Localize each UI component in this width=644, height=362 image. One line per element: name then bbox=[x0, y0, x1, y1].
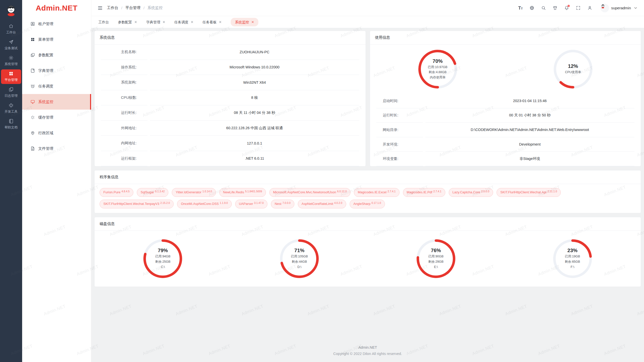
tab-params-config[interactable]: 参数配置 bbox=[118, 20, 137, 24]
rail-item-system-mgmt[interactable]: 系统管理 bbox=[1, 54, 21, 68]
rail-item-help-docs[interactable]: 帮助文档 bbox=[1, 117, 21, 131]
page-content: 系统信息 主机名称:ZUOHUAIJUN-PC操作系统:Microsoft Wi… bbox=[91, 28, 644, 362]
package-version: 5.1.8401.5009 bbox=[245, 190, 262, 193]
gauge-line: 剩余:25GB bbox=[155, 259, 170, 264]
rail-item-label: 开发工具 bbox=[5, 109, 18, 114]
collapse-menu-icon[interactable] bbox=[97, 5, 103, 11]
package-tag: Magicodes.IE.Excel2.7.4.1 bbox=[354, 188, 399, 197]
tab-dict-mgmt[interactable]: 字典管理 bbox=[146, 20, 165, 24]
info-row: 内网地址:127.0.0.1 bbox=[101, 136, 359, 151]
package-version: 0.17.1.0 bbox=[372, 201, 381, 205]
theme-button[interactable] bbox=[553, 6, 557, 10]
font-size-icon[interactable]: TT bbox=[518, 6, 523, 10]
package-name: OnceMi.AspNetCore.OSS bbox=[181, 202, 219, 206]
rail-item-log-mgmt[interactable]: 日志管理 bbox=[1, 85, 21, 100]
package-version: 2.21.1.0 bbox=[547, 190, 557, 193]
usage-gauges: 70%已用:10.97GB剩余:4.88GB内存使用率12%CPU使用率 bbox=[370, 44, 641, 94]
tab-label: 系统监控 bbox=[235, 20, 249, 24]
breadcrumb-separator: / bbox=[143, 6, 144, 10]
package-name: Magicodes.IE.Excel bbox=[358, 190, 386, 195]
mascot-logo[interactable] bbox=[0, 0, 22, 21]
sidebar-item-params[interactable]: 参数配置 bbox=[22, 47, 91, 63]
grid-icon bbox=[9, 71, 14, 76]
close-icon[interactable] bbox=[251, 21, 254, 23]
rail-item-label: 系统管理 bbox=[5, 62, 18, 66]
close-icon[interactable] bbox=[163, 21, 165, 23]
rail-item-platform-mgmt[interactable]: 平台管理 bbox=[1, 69, 21, 84]
close-icon[interactable] bbox=[134, 21, 137, 23]
info-label: 运行框架: bbox=[101, 151, 147, 166]
package-tag: OnceMi.AspNetCore.OSS1.1.9.0 bbox=[177, 200, 231, 208]
package-tag: SKIT.FlurlHttpClient.Wechat.Api2.21.1.0 bbox=[497, 188, 561, 197]
package-version: 1.1.9.0 bbox=[220, 201, 228, 205]
sidebar-item-label: 缓存管理 bbox=[38, 115, 53, 120]
info-row: 运行时长:00 天 01 小时 38 分 50 秒 bbox=[376, 108, 635, 123]
gauge-line: 剩余:65GB bbox=[565, 259, 580, 264]
tab-task-schedule[interactable]: 任务调度 bbox=[174, 20, 193, 24]
language-button[interactable] bbox=[530, 6, 534, 10]
package-version: 6.0.12.0 bbox=[337, 190, 347, 193]
topbar: 工作台/平台管理/系统监控 TTsuperadmin bbox=[91, 0, 644, 16]
home-icon bbox=[9, 24, 14, 29]
gauge-text: 12%CPU使用率 bbox=[552, 49, 594, 90]
search-icon bbox=[541, 6, 546, 10]
breadcrumb-item[interactable]: 工作台 bbox=[107, 6, 118, 10]
rail-nav: 工作台业务测试系统管理平台管理日志管理开发工具帮助文档 bbox=[0, 21, 22, 133]
notifications-button[interactable] bbox=[564, 6, 569, 10]
info-label: 网站目录: bbox=[376, 123, 423, 137]
gauge-line: 剩余:44GB bbox=[292, 259, 307, 264]
rail-item-dev-tools[interactable]: 开发工具 bbox=[1, 101, 21, 116]
close-icon[interactable] bbox=[191, 21, 193, 23]
tab-task-board[interactable]: 任务看板 bbox=[203, 20, 222, 24]
disk-gauge-column: 71%已用:105GB剩余:44GBD:\ bbox=[231, 238, 368, 279]
tab-system-monitor[interactable]: 系统监控 bbox=[231, 18, 258, 26]
sidebar-item-region[interactable]: 行政区域 bbox=[22, 125, 91, 141]
search-button[interactable] bbox=[541, 6, 546, 10]
gauge-line: CPU使用率 bbox=[565, 70, 581, 75]
ring-gauge: 79%已用:94GB剩余:25GBC:\ bbox=[142, 238, 183, 279]
rail-item-label: 工作台 bbox=[6, 30, 16, 35]
user-icon bbox=[587, 6, 592, 10]
info-value: 127.0.0.1 bbox=[150, 136, 359, 151]
usage-info-card: 使用信息 70%已用:10.97GB剩余:4.88GB内存使用率12%CPU使用… bbox=[370, 31, 641, 166]
close-icon[interactable] bbox=[219, 21, 222, 23]
package-version: 2.15.2.0 bbox=[160, 201, 170, 205]
gauge-text: 79%已用:94GB剩余:25GBC:\ bbox=[142, 238, 183, 279]
user-button[interactable] bbox=[587, 6, 592, 10]
package-name: NewLife.Redis bbox=[223, 190, 244, 195]
package-tag: UAParser3.1.47.0 bbox=[235, 200, 267, 208]
sidebar-item-file[interactable]: 文件管理 bbox=[22, 141, 91, 156]
send-icon bbox=[9, 39, 14, 44]
sidebar-item-label: 行政区域 bbox=[38, 131, 53, 135]
tab-label: 任务看板 bbox=[203, 20, 217, 24]
info-label: 主机名称: bbox=[101, 44, 147, 60]
rail-item-business-test[interactable]: 业务测试 bbox=[1, 38, 21, 52]
sidebar-item-tenant[interactable]: 租户管理 bbox=[22, 16, 91, 32]
sidebar-item-schedule[interactable]: 任务调度 bbox=[22, 78, 91, 94]
tab-workbench[interactable]: 工作台 bbox=[98, 20, 109, 24]
region-icon bbox=[30, 131, 35, 135]
info-label: 系统架构: bbox=[101, 75, 147, 90]
package-name: UAParser bbox=[239, 202, 253, 206]
breadcrumb-item[interactable]: 平台管理 bbox=[125, 6, 140, 10]
gauge-line: 已用:94GB bbox=[155, 254, 170, 259]
info-label: 内网地址: bbox=[101, 136, 147, 151]
rail-item-workbench[interactable]: 工作台 bbox=[1, 22, 21, 36]
fullscreen-button[interactable] bbox=[576, 6, 581, 10]
user-menu[interactable]: superadmin bbox=[600, 4, 638, 12]
gauge-text: 71%已用:105GB剩余:44GBD:\ bbox=[279, 238, 320, 279]
file-icon bbox=[30, 146, 35, 151]
app-logo[interactable]: Admin.NET bbox=[22, 0, 91, 16]
sidebar-item-menu[interactable]: 菜单管理 bbox=[22, 32, 91, 47]
tab-label: 字典管理 bbox=[146, 20, 160, 24]
info-row: 主机名称:ZUOHUAIJUN-PC bbox=[101, 44, 359, 60]
sidebar-item-monitor[interactable]: 系统监控 bbox=[22, 94, 91, 110]
disk-gauge-column: 79%已用:94GB剩余:25GBC:\ bbox=[95, 238, 231, 279]
package-version: 4.0.2.0 bbox=[334, 201, 342, 205]
gauge-line: 已用:10.97GB bbox=[428, 65, 448, 70]
sidebar-item-dict[interactable]: 字典管理 bbox=[22, 63, 91, 78]
gauge-line: 已用:90GB bbox=[428, 254, 444, 259]
sidebar-item-cache[interactable]: 缓存管理 bbox=[22, 110, 91, 125]
info-value: 08 天 11 小时 04 分 38 秒 bbox=[150, 105, 359, 121]
card-title: 程序集信息 bbox=[95, 170, 641, 184]
